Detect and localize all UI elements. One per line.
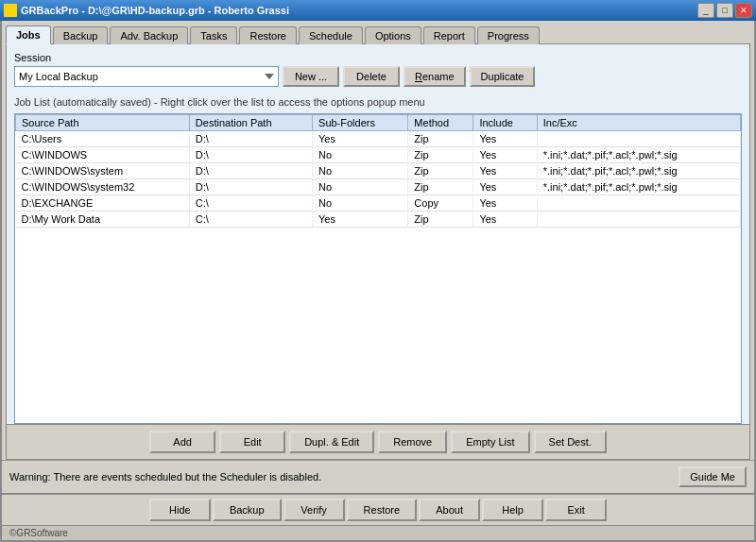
main-window: Jobs Backup Adv. Backup Tasks Restore Sc…: [0, 21, 756, 542]
cell-method: Zip: [408, 212, 473, 228]
cell-include: Yes: [473, 179, 537, 195]
cell-method: Zip: [408, 147, 473, 163]
col-subfolders: Sub-Folders: [313, 115, 408, 131]
warning-bar: Warning: There are events scheduled but …: [2, 460, 754, 493]
cell-method: Zip: [408, 163, 473, 179]
maximize-button[interactable]: □: [716, 3, 733, 18]
tab-report[interactable]: Report: [423, 26, 475, 44]
tab-tasks[interactable]: Tasks: [190, 26, 237, 44]
verify-button[interactable]: Verify: [284, 499, 345, 521]
cell-method: Copy: [408, 195, 473, 212]
dupl-edit-button[interactable]: Dupl. & Edit: [289, 431, 374, 453]
backup-button[interactable]: Backup: [213, 499, 282, 521]
restore-bottom-button[interactable]: Restore: [347, 499, 418, 521]
cell-include: Yes: [473, 195, 537, 212]
cell-source: C:\WINDOWS: [16, 147, 190, 163]
bottom-toolbar: Hide Backup Verify Restore About Help Ex…: [2, 493, 754, 525]
hide-button[interactable]: Hide: [149, 499, 211, 521]
cell-dest: D:\: [189, 163, 312, 179]
title-controls: _ □ ✕: [697, 3, 752, 18]
cell-source: C:\WINDOWS\system32: [16, 179, 190, 195]
col-include: Include: [473, 115, 537, 131]
table-row[interactable]: C:\WINDOWS\systemD:\NoZipYes*.ini;*.dat;…: [16, 163, 741, 179]
table-row[interactable]: C:\WINDOWS\system32D:\NoZipYes*.ini;*.da…: [16, 179, 741, 195]
close-button[interactable]: ✕: [735, 3, 752, 18]
cell-include: Yes: [473, 147, 537, 163]
cell-dest: D:\: [189, 179, 312, 195]
cell-subfolders: Yes: [313, 212, 408, 228]
tab-options[interactable]: Options: [365, 26, 421, 44]
tab-progress[interactable]: Progress: [477, 26, 540, 44]
cell-source: D:\EXCHANGE: [16, 195, 190, 212]
cell-method: Zip: [408, 131, 473, 147]
duplicate-button[interactable]: Duplicate: [470, 66, 536, 87]
empty-list-button[interactable]: Empty List: [451, 431, 529, 453]
cell-incexc: *.ini;*.dat;*.pif;*.acl;*.pwl;*.sig: [537, 163, 740, 179]
cell-subfolders: No: [313, 179, 408, 195]
cell-source: C:\WINDOWS\system: [16, 163, 190, 179]
tab-adv-backup[interactable]: Adv. Backup: [110, 26, 188, 44]
app-icon: [4, 4, 17, 17]
table-row[interactable]: D:\EXCHANGEC:\NoCopyYes: [16, 195, 741, 212]
cell-include: Yes: [473, 212, 537, 228]
cell-source: D:\My Work Data: [16, 212, 190, 228]
rename-button[interactable]: Rename: [404, 66, 466, 87]
cell-incexc: [537, 195, 740, 212]
cell-subfolders: Yes: [313, 131, 408, 147]
job-table: Source Path Destination Path Sub-Folders…: [15, 114, 741, 228]
about-button[interactable]: About: [419, 499, 480, 521]
delete-button[interactable]: Delete: [343, 66, 400, 87]
exit-button[interactable]: Exit: [545, 499, 607, 521]
add-button[interactable]: Add: [149, 431, 215, 453]
content-area: Session My Local Backup Session 2 New ..…: [6, 43, 750, 460]
col-dest-path: Destination Path: [189, 115, 312, 131]
cell-incexc: [537, 131, 740, 147]
table-row[interactable]: C:\WINDOWSD:\NoZipYes*.ini;*.dat;*.pif;*…: [16, 147, 741, 163]
cell-dest: D:\: [189, 131, 312, 147]
cell-subfolders: No: [313, 163, 408, 179]
table-row[interactable]: C:\UsersD:\YesZipYes: [16, 131, 741, 147]
cell-dest: D:\: [189, 147, 312, 163]
job-table-container[interactable]: Source Path Destination Path Sub-Folders…: [14, 113, 742, 424]
table-row[interactable]: D:\My Work DataC:\YesZipYes: [16, 212, 741, 228]
col-source-path: Source Path: [16, 115, 190, 131]
col-method: Method: [408, 115, 473, 131]
job-list-info: Job List (automatically saved) - Right c…: [14, 94, 742, 110]
title-bar-left: GRBackPro - D:\@GR\HD-backup.grb - Rober…: [4, 4, 289, 17]
cell-source: C:\Users: [16, 131, 190, 147]
table-header-row: Source Path Destination Path Sub-Folders…: [16, 115, 741, 131]
footer: ©GRSoftware: [2, 525, 754, 540]
cell-incexc: *.ini;*.dat;*.pif;*.acl;*.pwl;*.sig: [537, 179, 740, 195]
cell-include: Yes: [473, 131, 537, 147]
action-row: Add Edit Dupl. & Edit Remove Empty List …: [7, 424, 749, 459]
session-dropdown[interactable]: My Local Backup Session 2: [14, 66, 279, 87]
tab-jobs[interactable]: Jobs: [6, 25, 51, 44]
set-dest-button[interactable]: Set Dest.: [534, 431, 607, 453]
col-incexc: Inc/Exc: [537, 115, 740, 131]
cell-incexc: [537, 212, 740, 228]
cell-method: Zip: [408, 179, 473, 195]
tab-backup[interactable]: Backup: [53, 26, 109, 44]
cell-dest: C:\: [189, 212, 312, 228]
tab-bar: Jobs Backup Adv. Backup Tasks Restore Sc…: [2, 21, 754, 43]
warning-text: Warning: There are events scheduled but …: [9, 471, 321, 483]
guide-me-button[interactable]: Guide Me: [679, 466, 747, 487]
edit-button[interactable]: Edit: [219, 431, 285, 453]
cell-subfolders: No: [313, 147, 408, 163]
session-section: Session My Local Backup Session 2 New ..…: [14, 52, 742, 87]
remove-button[interactable]: Remove: [378, 431, 447, 453]
title-bar: GRBackPro - D:\@GR\HD-backup.grb - Rober…: [0, 0, 756, 21]
session-label: Session: [14, 52, 742, 63]
title-text: GRBackPro - D:\@GR\HD-backup.grb - Rober…: [21, 5, 289, 16]
cell-subfolders: No: [313, 195, 408, 212]
minimize-button[interactable]: _: [697, 3, 714, 18]
cell-dest: C:\: [189, 195, 312, 212]
session-row: My Local Backup Session 2 New ... Delete…: [14, 66, 742, 87]
tab-schedule[interactable]: Schedule: [299, 26, 363, 44]
tab-restore[interactable]: Restore: [239, 26, 297, 44]
cell-include: Yes: [473, 163, 537, 179]
footer-text: ©GRSoftware: [9, 528, 68, 538]
new-button[interactable]: New ...: [283, 66, 339, 87]
cell-incexc: *.ini;*.dat;*.pif;*.acl;*.pwl;*.sig: [537, 147, 740, 163]
help-button[interactable]: Help: [482, 499, 543, 521]
